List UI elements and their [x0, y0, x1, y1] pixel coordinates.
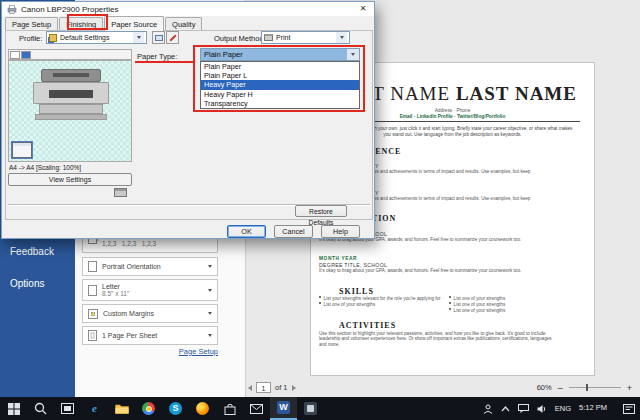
output-method-value: Print: [276, 34, 290, 41]
printer-status-icon: [114, 188, 127, 197]
mail-icon: [250, 404, 263, 414]
mail-button[interactable]: [243, 397, 270, 420]
margins-label: Custom Margins: [103, 310, 154, 317]
margins-dropdown[interactable]: Custom Margins: [82, 304, 218, 323]
app-button[interactable]: [297, 397, 324, 420]
letter-icon: [88, 285, 97, 296]
profile-label: Profile:: [19, 34, 42, 43]
chevron-down-icon: [208, 334, 212, 337]
start-icon: [8, 403, 20, 415]
sidebar-item-feedback[interactable]: Feedback: [10, 246, 54, 257]
orientation-label: Portrait Orientation: [102, 263, 161, 270]
cancel-button[interactable]: Cancel: [274, 225, 313, 238]
start-button[interactable]: [0, 397, 27, 420]
chevron-down-icon: [137, 36, 141, 39]
chrome-button[interactable]: [135, 397, 162, 420]
feedback-hub-icon[interactable]: [518, 404, 529, 413]
chevron-down-icon: [208, 265, 212, 268]
ok-button[interactable]: OK: [227, 225, 266, 238]
paper-tray-icon[interactable]: [12, 142, 32, 158]
pages-per-sheet-dropdown[interactable]: 1 Page Per Sheet: [82, 326, 218, 345]
portrait-icon: [88, 261, 97, 272]
taskbar: e S W ENG 5:12 PM: [0, 397, 640, 420]
previous-page-button[interactable]: [248, 385, 252, 391]
skills-column-right: List one of your strengths List one of y…: [449, 296, 567, 314]
page-setup-link[interactable]: Page Setup: [82, 347, 218, 356]
zoom-slider-thumb[interactable]: [586, 384, 588, 391]
scaling-caption: A4 -> A4 [Scaling: 100%]: [9, 164, 81, 171]
add-profile-icon: [155, 35, 163, 41]
page-number-input[interactable]: 1: [256, 382, 271, 393]
output-method-label: Output Method:: [214, 34, 266, 43]
printer-illustration: [33, 69, 109, 127]
orientation-dropdown[interactable]: Portrait Orientation: [82, 257, 218, 276]
paper-type-dropdown[interactable]: Plain Paper: [200, 48, 360, 61]
page-per-sheet-icon: [88, 330, 97, 341]
add-profile-button[interactable]: [152, 31, 165, 44]
dialog-title: Canon LBP2900 Properties: [21, 5, 118, 14]
paper-type-options-list: Plain Paper Plain Paper L Heavy Paper He…: [200, 61, 360, 109]
word-icon: W: [277, 401, 290, 414]
word-button[interactable]: W: [270, 397, 297, 420]
tab-page-setup[interactable]: Page Setup: [5, 17, 58, 31]
tab-quality[interactable]: Quality: [165, 17, 202, 31]
option-plain-paper[interactable]: Plain Paper: [201, 62, 359, 71]
store-button[interactable]: [216, 397, 243, 420]
skills-column-left: List your strengths relevant for the rol…: [319, 296, 443, 308]
dialog-tabs: Page Setup Finishing Paper Source Qualit…: [5, 17, 203, 31]
search-button[interactable]: [27, 397, 54, 420]
skype-button[interactable]: S: [162, 397, 189, 420]
close-icon[interactable]: ✕: [355, 3, 371, 15]
help-button[interactable]: Help: [321, 225, 360, 238]
edit-profile-icon: [169, 34, 176, 41]
printer-preview: [8, 60, 132, 162]
profile-dropdown[interactable]: Default Settings: [46, 31, 147, 44]
zoom-in-button[interactable]: +: [627, 383, 632, 393]
chevron-down-icon: [208, 289, 212, 292]
option-plain-paper-l[interactable]: Plain Paper L: [201, 71, 359, 80]
view-settings-button[interactable]: View Settings: [8, 173, 132, 186]
action-center-icon[interactable]: [623, 404, 635, 414]
printer-view-button[interactable]: [21, 51, 31, 59]
paper-type-value: Plain Paper: [204, 50, 243, 59]
task-view-icon: [61, 403, 74, 414]
paper-size-dropdown[interactable]: Letter 8.5" x 11": [82, 279, 218, 301]
language-indicator[interactable]: ENG: [555, 404, 571, 413]
activities-heading: ACTIVITIES: [339, 321, 396, 330]
dialog-titlebar: Canon LBP2900 Properties ✕: [2, 2, 374, 16]
chevron-up-icon[interactable]: [501, 406, 510, 412]
paper-size-label: Letter: [102, 283, 129, 290]
printer-icon: [7, 5, 17, 14]
next-page-button[interactable]: [292, 385, 296, 391]
tab-paper-source[interactable]: Paper Source: [104, 16, 164, 31]
preview-statusbar: 1 of 1 60% – +: [245, 378, 640, 397]
edit-profile-button[interactable]: [166, 31, 179, 44]
page-view-button[interactable]: [10, 51, 20, 59]
tab-finishing[interactable]: Finishing: [59, 17, 103, 31]
file-explorer-icon: [115, 403, 129, 414]
zoom-out-button[interactable]: –: [558, 383, 563, 393]
people-icon[interactable]: [483, 404, 493, 414]
zoom-slider[interactable]: [569, 387, 621, 388]
restore-defaults-button[interactable]: Restore Defaults: [295, 205, 347, 217]
option-heavy-paper-h[interactable]: Heavy Paper H: [201, 90, 359, 99]
chevron-down-icon: [208, 312, 212, 315]
edge-button[interactable]: e: [81, 397, 108, 420]
firefox-button[interactable]: [189, 397, 216, 420]
speaker-icon[interactable]: [537, 404, 547, 414]
output-method-dropdown[interactable]: Print: [261, 31, 350, 44]
search-icon: [34, 402, 47, 415]
task-view-button[interactable]: [54, 397, 81, 420]
clock[interactable]: 5:12 PM: [579, 404, 607, 412]
file-explorer-button[interactable]: [108, 397, 135, 420]
paper-size-sub: 8.5" x 11": [102, 290, 129, 297]
printer-icon: [264, 34, 273, 41]
sidebar-item-options[interactable]: Options: [10, 278, 44, 289]
option-transparency[interactable]: Transparency: [201, 99, 359, 108]
printer-properties-dialog: Canon LBP2900 Properties ✕ Page Setup Fi…: [1, 1, 375, 239]
zoom-level[interactable]: 60%: [537, 383, 552, 392]
screen: Feedback Options Collated 1,2,3 1,2,3 1,…: [0, 0, 640, 420]
option-heavy-paper[interactable]: Heavy Paper: [201, 80, 359, 89]
firefox-icon: [196, 402, 209, 415]
margins-icon: [88, 309, 98, 319]
